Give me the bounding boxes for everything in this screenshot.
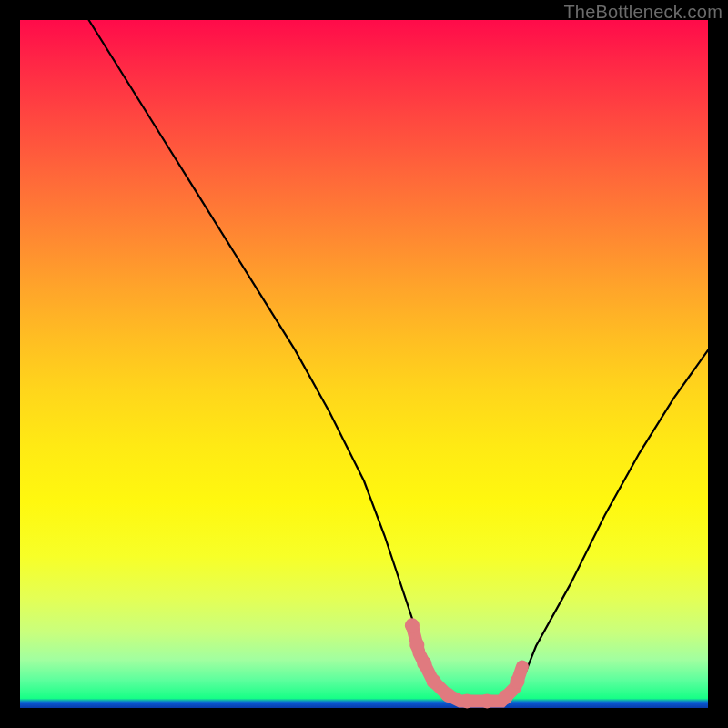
plot-area [20,20,708,708]
chart-frame: TheBottleneck.com [0,0,728,728]
bottleneck-curve [89,20,708,701]
curve-layer [20,20,708,708]
watermark-text: TheBottleneck.com [563,2,723,23]
